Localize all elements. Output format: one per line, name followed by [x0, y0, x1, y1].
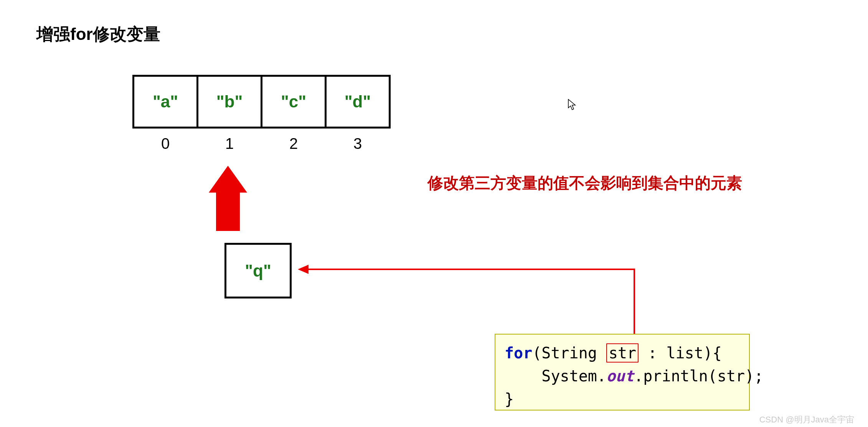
- explanation-text: 修改第三方变量的值不会影响到集合中的元素: [427, 173, 742, 194]
- code-text: System.: [505, 367, 606, 385]
- variable-q-box: "q": [224, 243, 292, 298]
- code-text: }: [505, 390, 514, 408]
- index-row: 0 1 2 3: [132, 135, 391, 152]
- keyword-for: for: [505, 344, 532, 362]
- code-text: (String: [532, 344, 606, 362]
- array-row: "a" "b" "c" "d": [132, 75, 391, 129]
- index-1: 1: [196, 135, 262, 152]
- up-arrow-icon: [213, 166, 243, 231]
- page-title: 增强for修改变量: [36, 23, 160, 46]
- boxed-variable-str: str: [606, 343, 639, 363]
- array-cell-2: "c": [261, 75, 327, 129]
- index-0: 0: [132, 135, 198, 152]
- arrow-left-icon: [298, 265, 309, 274]
- code-text: .println(str);: [634, 367, 763, 385]
- array-cell-1: "b": [196, 75, 262, 129]
- watermark-text: CSDN @明月Java全宇宙: [759, 414, 854, 425]
- index-3: 3: [325, 135, 391, 152]
- array-cell-0: "a": [132, 75, 198, 129]
- code-snippet: for(String str : list){ System.out.print…: [495, 334, 750, 411]
- array-cell-3: "d": [325, 75, 391, 129]
- keyword-out: out: [606, 367, 634, 385]
- index-2: 2: [261, 135, 327, 152]
- code-text: : list){: [639, 344, 722, 362]
- cursor-icon: [568, 99, 576, 113]
